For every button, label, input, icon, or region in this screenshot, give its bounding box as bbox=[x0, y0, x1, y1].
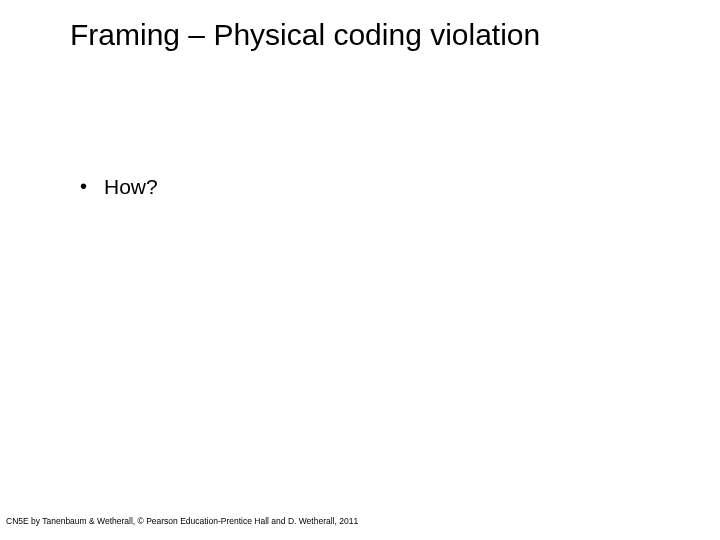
bullet-list: How? bbox=[78, 173, 660, 200]
slide: Framing – Physical coding violation How?… bbox=[0, 0, 720, 540]
slide-body: How? bbox=[78, 173, 660, 200]
slide-footer: CN5E by Tanenbaum & Wetherall, © Pearson… bbox=[6, 516, 358, 526]
list-item: How? bbox=[78, 173, 660, 200]
slide-title: Framing – Physical coding violation bbox=[70, 18, 680, 52]
